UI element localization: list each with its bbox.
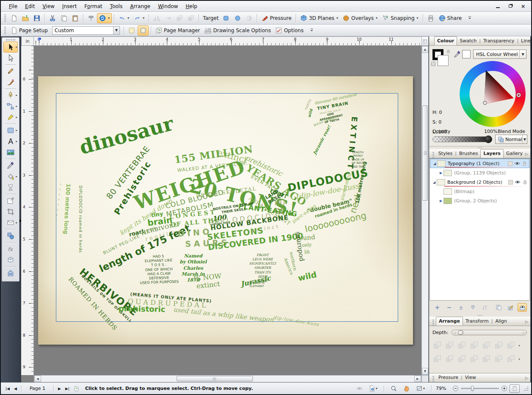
- panel-grip[interactable]: [432, 376, 434, 382]
- fit-page-button[interactable]: [510, 384, 520, 393]
- toolbar-grip[interactable]: [4, 27, 6, 34]
- last-page-button[interactable]: ▶|: [63, 386, 72, 392]
- layer-expander-icon[interactable]: ▶: [438, 199, 443, 203]
- layer-row[interactable]: ◢Background (2 Objects): [430, 177, 529, 187]
- delete-layer-button[interactable]: [444, 303, 454, 312]
- depth-slider-thumb[interactable]: [458, 330, 463, 335]
- arrange-tab-align[interactable]: Align: [493, 317, 510, 326]
- text-tool[interactable]: A▸: [3, 136, 18, 147]
- push-hand-icon[interactable]: [401, 384, 412, 393]
- snapping-button[interactable]: Snapping▾: [380, 13, 420, 23]
- zoom-out-button[interactable]: [452, 385, 459, 392]
- menu-tools[interactable]: Tools: [106, 2, 127, 11]
- lock-icon[interactable]: [522, 161, 527, 166]
- shape-builder-tool[interactable]: ▸: [3, 101, 18, 112]
- toggle-rulers-button[interactable]: [421, 36, 429, 46]
- layer-expander-icon[interactable]: ◢: [432, 162, 437, 166]
- flip-horizontal-button[interactable]: [151, 13, 162, 23]
- layer-edit-toggle[interactable]: [508, 161, 513, 166]
- layer-edit-toggle[interactable]: [508, 180, 513, 185]
- save-button[interactable]: [31, 13, 42, 23]
- toolbar-grip[interactable]: [4, 14, 6, 22]
- tabbar-overflow-icon[interactable]: ▷: [525, 376, 528, 382]
- scroll-down-button[interactable]: ▼: [422, 368, 428, 375]
- drawing-scale-options-button[interactable]: 1:20Drawing Scale Options: [202, 25, 273, 36]
- first-page-button[interactable]: |◀: [3, 386, 12, 392]
- zoom-slider[interactable]: [461, 388, 499, 389]
- blend-tool[interactable]: [3, 230, 18, 241]
- pen-tool[interactable]: ▸: [3, 90, 18, 101]
- depth-increase-icon[interactable]: ▷: [523, 331, 525, 334]
- scroll-left-button[interactable]: ◀: [34, 376, 41, 382]
- panel-grip[interactable]: [432, 320, 434, 326]
- shadow-tool[interactable]: [3, 195, 18, 206]
- page-manager-button[interactable]: Page Manager: [153, 25, 202, 36]
- zoom-in-button[interactable]: [501, 385, 507, 392]
- target-ellipse-button[interactable]: [232, 13, 243, 23]
- current-colour-swatch[interactable]: [462, 50, 471, 58]
- copy-button[interactable]: [58, 13, 69, 23]
- page-setup-button[interactable]: Page Setup: [8, 25, 50, 36]
- target-contrast-button[interactable]: [244, 13, 255, 23]
- fill-tool[interactable]: ▸: [3, 171, 18, 182]
- tabbar-overflow-icon[interactable]: ▷: [525, 152, 528, 158]
- mould-tool[interactable]: ▸: [3, 217, 18, 228]
- toolbar-overflow-button[interactable]: [464, 13, 475, 23]
- layer-row[interactable]: ◢Typography (1 Object): [430, 159, 529, 168]
- restore-button[interactable]: [506, 3, 515, 9]
- colour-tab-line[interactable]: Line: [518, 37, 532, 45]
- fill-line-swatches[interactable]: [432, 49, 451, 68]
- flip-vertical-button[interactable]: [163, 13, 174, 23]
- chevron-down-icon[interactable]: ▾: [518, 357, 520, 361]
- resize-grip[interactable]: [524, 386, 529, 391]
- layer-expander-icon[interactable]: ▶: [438, 171, 443, 175]
- panel-grip[interactable]: [432, 152, 434, 158]
- gallery-tab-brushes[interactable]: Brushes: [457, 149, 480, 158]
- live-effects-tool[interactable]: fx: [3, 243, 18, 254]
- show-all-layers-button[interactable]: [518, 303, 527, 312]
- rectangle-tool[interactable]: ▸: [3, 125, 18, 136]
- move-layer-up-button[interactable]: [456, 303, 466, 312]
- menu-view[interactable]: View: [39, 2, 58, 11]
- edit-all-layers-button[interactable]: [506, 303, 515, 312]
- colour-tab-colour[interactable]: Colour: [434, 36, 457, 45]
- extrude-tool[interactable]: [3, 254, 18, 265]
- layer-row[interactable]: (Bitmap): [430, 187, 529, 196]
- opacity-slider-thumb[interactable]: [485, 135, 492, 143]
- zoom-tool-icon[interactable]: [388, 384, 399, 392]
- shape-editor-tool[interactable]: [3, 52, 18, 64]
- selector-tool[interactable]: ▸: [3, 41, 18, 52]
- colour-tab-transparency[interactable]: Transparency: [481, 37, 517, 45]
- overlays-button[interactable]: Overlays▾: [341, 13, 380, 23]
- tabbar-overflow-icon[interactable]: ▷: [525, 320, 528, 326]
- chevron-down-icon[interactable]: ▾: [518, 344, 520, 348]
- menu-insert[interactable]: Insert: [58, 2, 80, 11]
- eye-icon[interactable]: [515, 179, 521, 185]
- 3d-planes-button[interactable]: 3D Planes▾: [298, 13, 340, 23]
- menu-file[interactable]: File: [5, 2, 21, 11]
- opacity-slider[interactable]: [432, 136, 492, 142]
- depth-slider[interactable]: ◁ ▷: [452, 330, 527, 335]
- horizontal-scroll-thumb[interactable]: [177, 376, 253, 381]
- vertical-scrollbar[interactable]: ▲ ▼: [421, 46, 429, 375]
- menu-edit[interactable]: Edit: [21, 2, 39, 11]
- menu-help[interactable]: Help: [182, 2, 201, 11]
- photo-tool[interactable]: [3, 147, 18, 158]
- palette-grip[interactable]: [6, 39, 15, 41]
- open-button[interactable]: [20, 13, 31, 23]
- ruler-units[interactable]: in: [21, 36, 34, 46]
- saturation-triangle[interactable]: [460, 61, 526, 127]
- move-layer-down-button[interactable]: [468, 303, 477, 312]
- menu-arrange[interactable]: Arrange: [126, 2, 154, 11]
- quickshape-tool[interactable]: [3, 268, 18, 279]
- blend-mode-select[interactable]: Normal▼: [495, 135, 527, 144]
- horizontal-ruler[interactable]: 01234567891011: [34, 36, 421, 46]
- previous-page-button[interactable]: ◀: [12, 386, 19, 392]
- crop-tool[interactable]: [3, 206, 18, 217]
- share-button[interactable]: Share: [437, 13, 464, 23]
- gallery-tab-styles[interactable]: Styles: [436, 149, 455, 158]
- gallery-tab-layers[interactable]: Layers: [480, 149, 504, 158]
- cut-button[interactable]: [47, 13, 58, 23]
- pencil-tool[interactable]: [3, 66, 18, 77]
- bottom-tab-view[interactable]: View: [463, 373, 479, 382]
